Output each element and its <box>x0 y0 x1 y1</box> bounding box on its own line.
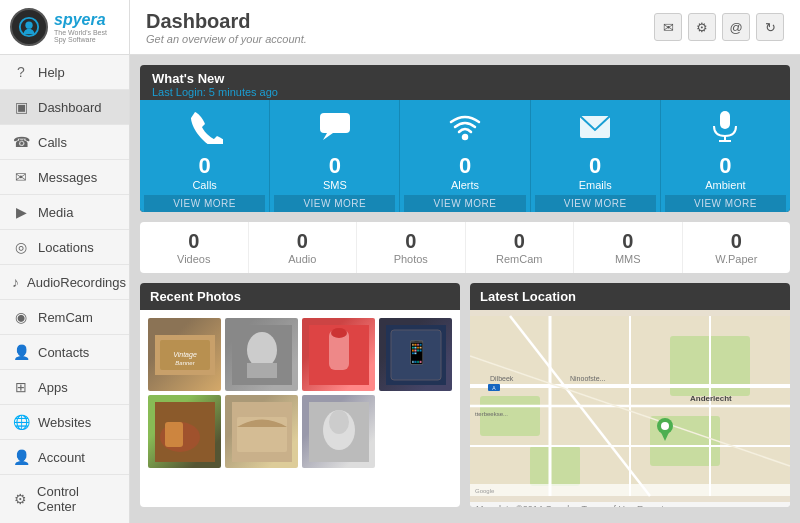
sidebar-label-media: Media <box>38 205 73 220</box>
alerts-viewmore[interactable]: VIEW MORE <box>404 195 525 212</box>
svg-text:📱: 📱 <box>402 339 430 366</box>
videos-count: 0 <box>144 230 244 253</box>
photo-thumb-3[interactable] <box>302 318 375 391</box>
svg-text:Anderlecht: Anderlecht <box>690 394 732 403</box>
recent-photos-header: Recent Photos <box>140 283 460 310</box>
sidebar-label-websites: Websites <box>38 415 91 430</box>
emails-count: 0 <box>589 153 601 179</box>
calls-viewmore[interactable]: VIEW MORE <box>144 195 265 212</box>
sidebar-item-media[interactable]: ▶ Media <box>0 195 129 230</box>
audio-icon: ♪ <box>12 274 19 290</box>
stat-emails: 0 Emails VIEW MORE <box>531 100 661 212</box>
sidebar-label-messages: Messages <box>38 170 97 185</box>
chat-icon <box>317 108 353 151</box>
remcam-count: 0 <box>470 230 570 253</box>
sidebar-item-dashboard[interactable]: ▣ Dashboard <box>0 90 129 125</box>
svg-rect-6 <box>720 111 730 129</box>
sidebar-label-dashboard: Dashboard <box>38 100 102 115</box>
sidebar-item-help[interactable]: ? Help <box>0 55 129 90</box>
svg-rect-24 <box>165 422 183 447</box>
sidebar-item-account[interactable]: 👤 Account <box>0 440 129 475</box>
map-footer: Map data ©2014 Google · Terms of Use Rep… <box>470 502 790 507</box>
photo-thumb-6[interactable] <box>225 395 298 468</box>
ambient-viewmore[interactable]: VIEW MORE <box>665 195 786 212</box>
bottom-row: Recent Photos Vintage Banner <box>140 283 790 507</box>
sidebar-label-locations: Locations <box>38 240 94 255</box>
calls-icon: ☎ <box>12 134 30 150</box>
whats-new-title: What's New <box>152 71 778 86</box>
at-button[interactable]: @ <box>722 13 750 41</box>
sidebar-item-messages[interactable]: ✉ Messages <box>0 160 129 195</box>
photo-thumb-2[interactable] <box>225 318 298 391</box>
photo-thumb-5[interactable] <box>148 395 221 468</box>
email-button[interactable]: ✉ <box>654 13 682 41</box>
last-login: Last Login: 5 minutes ago <box>152 86 778 98</box>
sidebar-item-contacts[interactable]: 👤 Contacts <box>0 335 129 370</box>
sidebar-item-locations[interactable]: ◎ Locations <box>0 230 129 265</box>
page-header: Dashboard Get an overview of your accoun… <box>130 0 800 55</box>
sidebar-item-audiorecordings[interactable]: ♪ AudioRecordings <box>0 265 129 300</box>
sec-stat-remcam: 0 RemCam <box>466 222 575 273</box>
photo-thumb-4[interactable]: 📱 <box>379 318 452 391</box>
stat-ambient: 0 Ambient VIEW MORE <box>661 100 790 212</box>
locations-icon: ◎ <box>12 239 30 255</box>
recent-photos-title: Recent Photos <box>150 289 241 304</box>
sidebar-label-audiorecordings: AudioRecordings <box>27 275 126 290</box>
ambient-label: Ambient <box>705 179 745 191</box>
svg-text:Vintage: Vintage <box>173 351 197 359</box>
alerts-label: Alerts <box>451 179 479 191</box>
sms-count: 0 <box>329 153 341 179</box>
svg-rect-34 <box>530 446 580 486</box>
calls-count: 0 <box>198 153 210 179</box>
svg-text:Banner: Banner <box>175 360 195 366</box>
stats-row: 0 Calls VIEW MORE 0 SMS VIEW MORE <box>140 100 790 212</box>
sidebar-label-remcam: RemCam <box>38 310 93 325</box>
sec-stat-audio: 0 Audio <box>249 222 358 273</box>
websites-icon: 🌐 <box>12 414 30 430</box>
apps-icon: ⊞ <box>12 379 30 395</box>
calls-label: Calls <box>192 179 216 191</box>
page-subtitle: Get an overview of your account. <box>146 33 307 45</box>
sidebar-label-apps: Apps <box>38 380 68 395</box>
map-svg: Dilbeek Ninoofste... Anderlecht tterbeek… <box>470 310 790 502</box>
svg-text:Google: Google <box>475 488 495 494</box>
remcam-icon: ◉ <box>12 309 30 325</box>
sidebar-item-calls[interactable]: ☎ Calls <box>0 125 129 160</box>
brand-text: spyera The World's Best Spy Software <box>54 11 119 43</box>
controlcenter-icon: ⚙ <box>12 491 29 507</box>
svg-point-1 <box>25 22 32 29</box>
dashboard-icon: ▣ <box>12 99 30 115</box>
sms-viewmore[interactable]: VIEW MORE <box>274 195 395 212</box>
stat-sms: 0 SMS VIEW MORE <box>270 100 400 212</box>
latest-location-header: Latest Location <box>470 283 790 310</box>
sms-label: SMS <box>323 179 347 191</box>
brand-tagline: The World's Best Spy Software <box>54 29 119 43</box>
refresh-button[interactable]: ↻ <box>756 13 784 41</box>
videos-label: Videos <box>144 253 244 265</box>
sidebar-item-controlcenter[interactable]: ⚙ Control Center <box>0 475 129 523</box>
svg-point-49 <box>661 422 669 430</box>
emails-label: Emails <box>579 179 612 191</box>
recent-photos-panel: Recent Photos Vintage Banner <box>140 283 460 507</box>
settings-button[interactable]: ⚙ <box>688 13 716 41</box>
sec-stat-photos: 0 Photos <box>357 222 466 273</box>
emails-viewmore[interactable]: VIEW MORE <box>535 195 656 212</box>
photo-thumb-1[interactable]: Vintage Banner <box>148 318 221 391</box>
sidebar-item-remcam[interactable]: ◉ RemCam <box>0 300 129 335</box>
sidebar-label-help: Help <box>38 65 65 80</box>
photo-thumb-7[interactable] <box>302 395 375 468</box>
sidebar-item-websites[interactable]: 🌐 Websites <box>0 405 129 440</box>
audio-count: 0 <box>253 230 353 253</box>
svg-rect-52 <box>470 484 790 496</box>
secondary-stats-row: 0 Videos 0 Audio 0 Photos 0 RemCam 0 MMS… <box>140 222 790 273</box>
svg-rect-15 <box>247 363 277 378</box>
stat-calls: 0 Calls VIEW MORE <box>140 100 270 212</box>
header-title-area: Dashboard Get an overview of your accoun… <box>146 10 307 45</box>
map-container[interactable]: Dilbeek Ninoofste... Anderlecht tterbeek… <box>470 310 790 502</box>
mic-icon <box>707 108 743 151</box>
sec-stat-wpaper: 0 W.Paper <box>683 222 791 273</box>
svg-marker-3 <box>323 133 333 140</box>
svg-point-18 <box>331 328 347 338</box>
svg-point-4 <box>463 135 467 139</box>
sidebar-item-apps[interactable]: ⊞ Apps <box>0 370 129 405</box>
